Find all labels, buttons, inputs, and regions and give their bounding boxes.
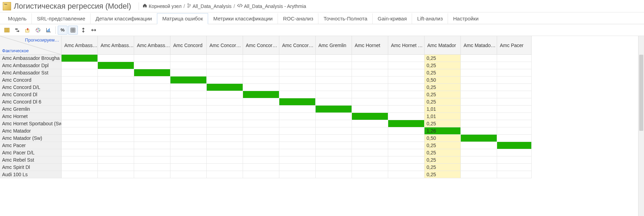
- matrix-cell[interactable]: [62, 164, 98, 171]
- column-header[interactable]: Amc Pacer: [497, 36, 532, 55]
- matrix-cell[interactable]: [98, 156, 134, 164]
- row-header[interactable]: Amc Ambassador Brougha: [0, 55, 62, 62]
- matrix-cell[interactable]: [243, 156, 279, 164]
- matrix-cell[interactable]: [388, 156, 424, 164]
- matrix-cell[interactable]: 0,25: [424, 91, 461, 98]
- matrix-cell[interactable]: [62, 113, 98, 120]
- matrix-cell[interactable]: [207, 76, 243, 84]
- matrix-cell[interactable]: [62, 171, 98, 178]
- matrix-cell[interactable]: [243, 149, 279, 156]
- matrix-cell[interactable]: 1,01: [424, 113, 461, 120]
- matrix-cell[interactable]: [497, 127, 532, 135]
- matrix-cell[interactable]: [352, 98, 388, 106]
- matrix-cell[interactable]: 1,26: [424, 127, 461, 135]
- matrix-cell[interactable]: [243, 69, 279, 76]
- matrix-cell[interactable]: [243, 120, 279, 127]
- matrix-cell[interactable]: 0,25: [424, 156, 461, 164]
- matrix-cell[interactable]: [461, 62, 497, 69]
- scrollbar-thumb[interactable]: [639, 55, 643, 131]
- matrix-cell[interactable]: [461, 84, 497, 91]
- matrix-cell[interactable]: [461, 135, 497, 142]
- matrix-cell[interactable]: 0,25: [424, 98, 461, 106]
- matrix-cell[interactable]: [461, 69, 497, 76]
- tab-gain[interactable]: Gain-кривая: [373, 13, 412, 24]
- matrix-cell[interactable]: [316, 113, 352, 120]
- matrix-cell[interactable]: [62, 76, 98, 84]
- matrix-cell[interactable]: [316, 135, 352, 142]
- matrix-cell[interactable]: [316, 106, 352, 113]
- matrix-cell[interactable]: [207, 164, 243, 171]
- matrix-cell[interactable]: [207, 135, 243, 142]
- row-header[interactable]: Amc Ambassador Dpl: [0, 62, 62, 69]
- matrix-cell[interactable]: [134, 84, 170, 91]
- row-header[interactable]: Amc Hornet Sportabout (Sw: [0, 120, 62, 127]
- matrix-cell[interactable]: [62, 106, 98, 113]
- matrix-cell[interactable]: [461, 164, 497, 171]
- matrix-cell[interactable]: [98, 149, 134, 156]
- matrix-cell[interactable]: [207, 156, 243, 164]
- matrix-cell[interactable]: [170, 164, 207, 171]
- matrix-cell[interactable]: [62, 142, 98, 149]
- matrix-cell[interactable]: [279, 69, 316, 76]
- matrix-cell[interactable]: [388, 135, 424, 142]
- matrix-cell[interactable]: [170, 120, 207, 127]
- matrix-cell[interactable]: [170, 156, 207, 164]
- matrix-cell[interactable]: [207, 91, 243, 98]
- matrix-cell[interactable]: [279, 142, 316, 149]
- matrix-cell[interactable]: [243, 84, 279, 91]
- matrix-cell[interactable]: [316, 171, 352, 178]
- tab-srl[interactable]: SRL-представление: [32, 13, 91, 24]
- column-header[interactable]: Amc Concor…: [207, 36, 243, 55]
- matrix-cell[interactable]: [352, 149, 388, 156]
- row-header[interactable]: Amc Concord: [0, 76, 62, 84]
- matrix-cell[interactable]: [352, 91, 388, 98]
- matrix-cell[interactable]: [316, 76, 352, 84]
- matrix-cell[interactable]: [352, 142, 388, 149]
- matrix-cell[interactable]: [207, 171, 243, 178]
- matrix-cell[interactable]: [243, 164, 279, 171]
- matrix-cell[interactable]: [170, 106, 207, 113]
- matrix-cell[interactable]: [388, 55, 424, 62]
- matrix-cell[interactable]: [388, 91, 424, 98]
- matrix-cell[interactable]: [134, 98, 170, 106]
- breadcrumb-item[interactable]: All_Data_Analysis - Arythmia: [237, 3, 306, 9]
- matrix-cell[interactable]: [316, 164, 352, 171]
- matrix-cell[interactable]: [62, 62, 98, 69]
- palette-button[interactable]: [33, 26, 43, 35]
- matrix-cell[interactable]: [98, 127, 134, 135]
- matrix-cell[interactable]: [316, 98, 352, 106]
- matrix-cell[interactable]: [461, 91, 497, 98]
- matrix-cell[interactable]: [497, 69, 532, 76]
- row-header[interactable]: Amc Concord Dl 6: [0, 98, 62, 106]
- matrix-cell[interactable]: [388, 98, 424, 106]
- matrix-cell[interactable]: [98, 91, 134, 98]
- matrix-cell[interactable]: [279, 76, 316, 84]
- matrix-cell[interactable]: [134, 76, 170, 84]
- matrix-cell[interactable]: [352, 164, 388, 171]
- matrix-cell[interactable]: 0,25: [424, 62, 461, 69]
- matrix-cell[interactable]: 1,01: [424, 106, 461, 113]
- matrix-cell[interactable]: [279, 149, 316, 156]
- matrix-cell[interactable]: [316, 84, 352, 91]
- column-header[interactable]: Amc Hornet: [352, 36, 388, 55]
- matrix-cell[interactable]: [352, 84, 388, 91]
- row-header[interactable]: Audi 100 Ls: [0, 171, 62, 178]
- matrix-cell[interactable]: [279, 91, 316, 98]
- matrix-cell[interactable]: [461, 113, 497, 120]
- matrix-cell[interactable]: [243, 91, 279, 98]
- matrix-cell[interactable]: [207, 113, 243, 120]
- column-header[interactable]: Amc Concor…: [243, 36, 279, 55]
- matrix-cell[interactable]: [316, 91, 352, 98]
- matrix-cell[interactable]: [279, 164, 316, 171]
- matrix-cell[interactable]: [461, 127, 497, 135]
- matrix-cell[interactable]: [497, 113, 532, 120]
- matrix-cell[interactable]: [388, 164, 424, 171]
- matrix-cell[interactable]: [207, 127, 243, 135]
- matrix-cell[interactable]: [316, 156, 352, 164]
- matrix-cell[interactable]: [170, 62, 207, 69]
- matrix-cell[interactable]: [207, 98, 243, 106]
- column-header[interactable]: Amc Ambass…: [98, 36, 134, 55]
- column-header[interactable]: Amc Hornet …: [388, 36, 424, 55]
- row-header[interactable]: Amc Rebel Sst: [0, 156, 62, 164]
- matrix-cell[interactable]: 0,50: [424, 135, 461, 142]
